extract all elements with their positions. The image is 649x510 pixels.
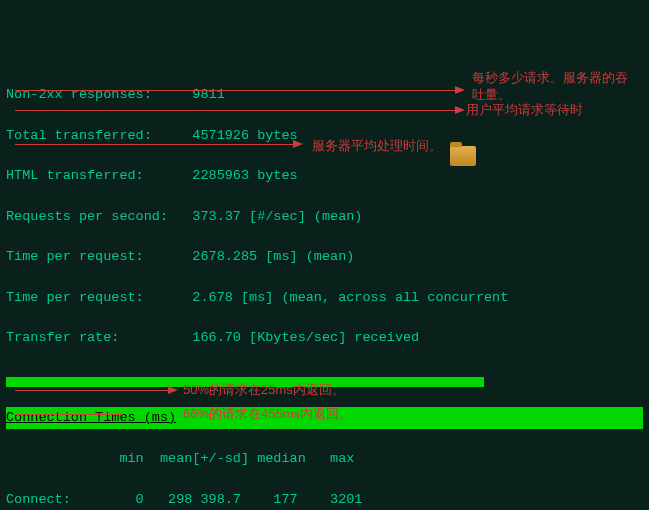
stat-time-per-req-2: Time per request: 2.678 [ms] (mean, acro… [6,288,643,308]
annotation-time-per-req: 用户平均请求等待时 [466,100,583,120]
red-line-1 [15,90,457,91]
arrow-icon [455,106,465,114]
arrow-icon [293,140,303,148]
value: 4571926 bytes [192,128,297,143]
value: 2285963 bytes [192,168,297,183]
stat-transfer-rate: Transfer rate: 166.70 [Kbytes/sec] recei… [6,328,643,348]
value: 2678.285 [ms] (mean) [192,249,354,264]
label: Time per request: [6,290,144,305]
annotation-server-time: 服务器平均处理时间。 [312,136,442,156]
red-line-2 [15,110,457,111]
label: Total transferred: [6,128,152,143]
annotation-50pct: 50%的请求在25ms内返回。 [183,380,345,400]
stat-req-per-sec: Requests per second: 373.37 [#/sec] (mea… [6,207,643,227]
red-line-4 [15,390,170,391]
value: 2.678 [ms] (mean, across all concurrent [192,290,508,305]
annotation-req-per-sec: 每秒多少请求。服务器的吞吐量。 [472,70,632,104]
label: Requests per second: [6,209,168,224]
label: Transfer rate: [6,330,119,345]
label: HTML transferred: [6,168,144,183]
red-line-3 [15,144,295,145]
label: Time per request: [6,249,144,264]
arrow-icon [168,386,178,394]
folder-icon [450,146,476,166]
annotation-66pct: 66%的请求在455ms内返回。 [183,404,352,424]
arrow-icon [455,86,465,94]
red-line-5 [15,414,123,415]
value: 373.37 [#/sec] (mean) [192,209,362,224]
section-title: Connection Times (ms) [6,410,176,425]
stat-time-per-req-1: Time per request: 2678.285 [ms] (mean) [6,247,643,267]
conn-row-connect: Connect: 0 298 398.7 177 3201 [6,490,643,510]
stat-html-transferred: HTML transferred: 2285963 bytes [6,166,643,186]
value: 166.70 [Kbytes/sec] received [192,330,419,345]
conn-columns: min mean[+/-sd] median max [6,449,643,469]
